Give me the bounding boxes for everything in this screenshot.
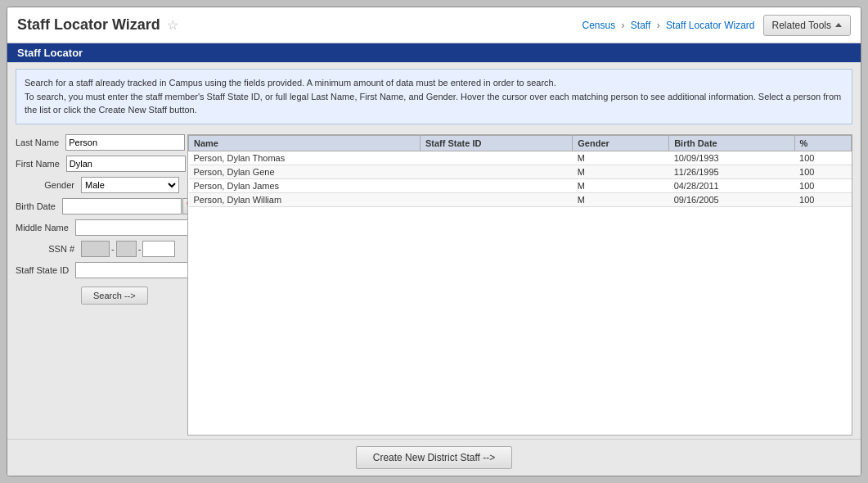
cell-name: Person, Dylan James: [189, 178, 421, 192]
breadcrumb: Census › Staff › Staff Locator Wizard: [582, 20, 754, 31]
breadcrumb-sep-1: ›: [622, 20, 627, 31]
middle-name-label: Middle Name: [16, 223, 75, 232]
staff-state-id-label: Staff State ID: [16, 265, 75, 275]
search-btn-row: Search -->: [16, 283, 179, 305]
birth-date-input[interactable]: [62, 198, 182, 214]
breadcrumb-census[interactable]: Census: [582, 20, 615, 31]
related-tools-button[interactable]: Related Tools: [763, 15, 852, 36]
table-row[interactable]: Person, Dylan William M 09/16/2005 100: [189, 192, 852, 206]
cell-name: Person, Dylan Gene: [189, 165, 421, 178]
info-line1: Search for a staff already tracked in Ca…: [25, 78, 556, 88]
main-content: Last Name First Name Gender Male Female …: [7, 131, 861, 440]
form-panel: Last Name First Name Gender Male Female …: [16, 134, 179, 436]
staff-state-id-row: Staff State ID: [16, 262, 179, 278]
cell-pct: 100: [794, 178, 851, 192]
cell-birth-date: 11/26/1995: [669, 165, 794, 178]
first-name-input[interactable]: [66, 156, 186, 172]
info-line2: To search, you must enter the staff memb…: [25, 92, 841, 102]
breadcrumb-sep-2: ›: [657, 20, 663, 31]
last-name-label: Last Name: [16, 138, 65, 147]
cell-pct: 100: [794, 192, 851, 206]
col-name: Name: [189, 135, 421, 151]
cell-birth-date: 10/09/1993: [669, 151, 794, 165]
middle-name-input[interactable]: [75, 219, 195, 236]
table-row[interactable]: Person, Dylan James M 04/28/2011 100: [189, 178, 852, 192]
cell-gender: M: [573, 165, 669, 178]
middle-name-row: Middle Name: [16, 219, 179, 236]
first-name-row: First Name: [16, 156, 179, 172]
results-table: Name Staff State ID Gender Birth Date % …: [188, 135, 852, 207]
date-input-wrap: 📅: [62, 198, 199, 214]
blue-bar: Staff Locator: [7, 43, 861, 62]
col-gender: Gender: [573, 135, 669, 151]
info-line3: the list or click the Create New Staff b…: [25, 105, 197, 115]
gender-select[interactable]: Male Female: [81, 177, 179, 193]
cell-pct: 100: [794, 151, 851, 165]
last-name-row: Last Name: [16, 134, 179, 151]
cell-birth-date: 09/16/2005: [669, 192, 794, 206]
header-right: Census › Staff › Staff Locator Wizard Re…: [582, 15, 851, 36]
cell-pct: 100: [794, 165, 851, 178]
ssn-input-1[interactable]: [81, 241, 110, 257]
cell-name: Person, Dylan Thomas: [189, 151, 421, 165]
birth-date-row: Birth Date 📅: [16, 198, 179, 214]
cell-staff-state-id: [420, 165, 572, 178]
bottom-bar: Create New District Staff -->: [7, 439, 861, 476]
results-panel: Name Staff State ID Gender Birth Date % …: [187, 134, 852, 436]
cell-name: Person, Dylan William: [189, 192, 421, 206]
cell-gender: M: [573, 151, 669, 165]
related-tools-label: Related Tools: [772, 20, 832, 31]
col-pct: %: [794, 135, 851, 151]
gender-row: Gender Male Female: [16, 177, 179, 193]
ssn-input-2[interactable]: [116, 241, 137, 257]
ssn-dash-1: -: [111, 244, 115, 254]
ssn-label: SSN #: [16, 244, 81, 254]
cell-staff-state-id: [420, 178, 572, 192]
cell-staff-state-id: [420, 192, 572, 206]
ssn-wrap: - -: [81, 241, 179, 257]
ssn-input-3[interactable]: [142, 241, 175, 257]
chevron-up-icon: [835, 23, 842, 27]
info-box: Search for a staff already tracked in Ca…: [16, 69, 852, 124]
cell-staff-state-id: [420, 151, 572, 165]
birth-date-label: Birth Date: [16, 201, 62, 211]
ssn-dash-2: -: [138, 244, 142, 254]
search-button[interactable]: Search -->: [81, 287, 148, 305]
results-table-wrap: Name Staff State ID Gender Birth Date % …: [187, 134, 852, 436]
cell-gender: M: [573, 192, 669, 206]
col-birth-date: Birth Date: [669, 135, 794, 151]
page-title: Staff Locator Wizard: [17, 16, 160, 34]
star-icon[interactable]: ☆: [167, 17, 178, 33]
breadcrumb-staff[interactable]: Staff: [631, 20, 650, 31]
header-left: Staff Locator Wizard ☆: [17, 16, 178, 34]
col-staff-state-id: Staff State ID: [420, 135, 572, 151]
create-new-district-staff-button[interactable]: Create New District Staff -->: [356, 446, 512, 469]
header: Staff Locator Wizard ☆ Census › Staff › …: [7, 7, 861, 43]
staff-state-id-input[interactable]: [75, 262, 195, 278]
blue-bar-label: Staff Locator: [17, 47, 83, 59]
results-header-row: Name Staff State ID Gender Birth Date %: [189, 135, 852, 151]
first-name-label: First Name: [16, 159, 66, 169]
cell-gender: M: [573, 178, 669, 192]
last-name-input[interactable]: [65, 134, 185, 151]
breadcrumb-current: Staff Locator Wizard: [666, 20, 755, 31]
ssn-row: SSN # - -: [16, 241, 179, 257]
table-row[interactable]: Person, Dylan Thomas M 10/09/1993 100: [189, 151, 852, 165]
cell-birth-date: 04/28/2011: [669, 178, 794, 192]
gender-label: Gender: [16, 180, 81, 190]
app-frame: Staff Locator Wizard ☆ Census › Staff › …: [7, 7, 861, 476]
table-row[interactable]: Person, Dylan Gene M 11/26/1995 100: [189, 165, 852, 178]
